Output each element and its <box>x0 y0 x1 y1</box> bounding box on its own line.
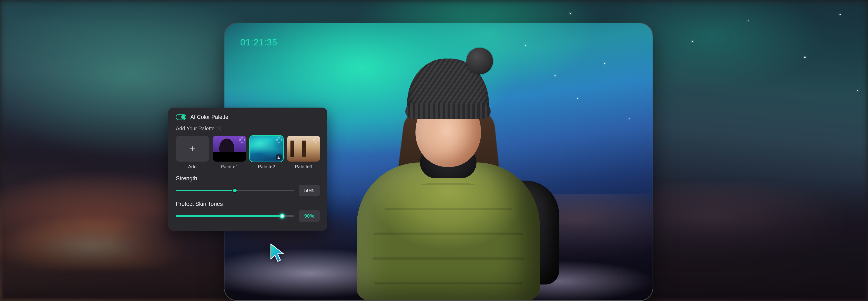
strength-slider[interactable] <box>176 190 294 191</box>
strength-label: Strength <box>176 175 320 182</box>
protect-skin-label: Protect Skin Tones <box>176 201 320 207</box>
refresh-icon[interactable] <box>239 137 245 143</box>
add-palette-button[interactable]: + <box>176 136 209 162</box>
palette1-thumb[interactable] <box>213 136 246 162</box>
refresh-icon[interactable] <box>313 137 319 143</box>
protect-skin-value[interactable]: 90% <box>299 210 320 222</box>
add-palette-label: Add <box>188 164 196 169</box>
add-your-palette-text: Add Your Palette <box>176 126 215 132</box>
palette-add-item: + Add <box>176 136 209 169</box>
palette2-thumb[interactable] <box>250 136 283 162</box>
preview-timestamp: 01:21:35 <box>240 37 277 47</box>
panel-header: AI Color Palette <box>176 114 320 120</box>
strength-slider-row: 50% <box>176 185 320 196</box>
help-icon[interactable]: ? <box>217 127 221 131</box>
palette2-label: Palette2 <box>258 164 275 169</box>
ai-color-palette-toggle[interactable] <box>176 114 186 120</box>
preview-subject-person <box>346 72 552 301</box>
strength-value[interactable]: 50% <box>299 185 320 196</box>
download-icon[interactable] <box>276 154 282 160</box>
protect-skin-slider-row: 90% <box>176 210 320 222</box>
protect-skin-slider-fill <box>176 215 282 217</box>
palette-row: + Add Palette1 Palette2 Palette3 <box>176 136 320 169</box>
palette3-label: Palette3 <box>295 164 312 169</box>
palette-item-1: Palette1 <box>213 136 246 169</box>
protect-skin-slider-handle[interactable] <box>280 213 285 219</box>
strength-slider-fill <box>176 190 235 191</box>
plus-icon: + <box>190 144 195 154</box>
palette-item-2: Palette2 <box>250 136 283 169</box>
palette-item-3: Palette3 <box>287 136 320 169</box>
palette1-label: Palette1 <box>221 164 238 169</box>
panel-title: AI Color Palette <box>190 114 228 120</box>
add-your-palette-label: Add Your Palette ? <box>176 126 320 132</box>
refresh-icon[interactable] <box>276 137 282 143</box>
palette3-thumb[interactable] <box>287 136 320 162</box>
strength-slider-handle[interactable] <box>232 188 237 193</box>
protect-skin-slider[interactable] <box>176 215 294 217</box>
ai-color-palette-panel: AI Color Palette Add Your Palette ? + Ad… <box>168 107 327 231</box>
